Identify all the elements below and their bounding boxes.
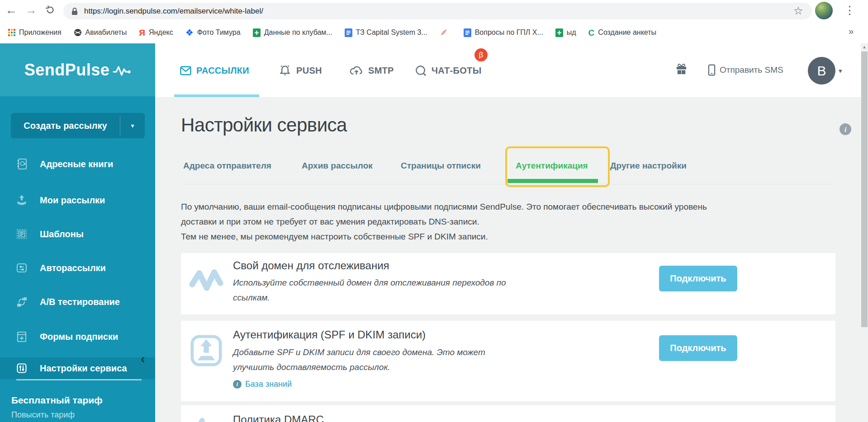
templates-icon [15,228,28,240]
highlight-annotation-box [505,146,610,187]
tab-campaigns[interactable]: РАССЫЛКИ [180,62,249,79]
dropbox-icon: ❖ [185,28,194,37]
docs-icon [345,28,352,37]
bookmark-item[interactable]: Вопросы по ГПЛ Х... [464,28,543,37]
sidebar-item-autoresponders[interactable]: Авторассылки [0,258,155,278]
cloud-upload-icon [349,65,364,76]
c-letter-icon: C [588,28,595,37]
back-icon[interactable]: ← [5,4,17,16]
sheets-icon [555,28,563,37]
scroll-up-icon[interactable]: ▲ [861,45,868,49]
settings-icon [15,362,28,375]
sidebar-item-service-settings[interactable]: Настройки сервиса [0,357,155,379]
beta-badge: β [474,48,488,61]
upload-icon [190,333,223,368]
create-campaign-button[interactable]: Создать рассылку ▾ [11,113,145,138]
phone-icon [708,64,716,76]
bookmark-item[interactable]: ыд [555,28,576,37]
globe-icon [74,28,82,37]
tab-campaign-archive[interactable]: Архив рассылок [302,161,373,171]
scrollbar-thumb[interactable] [861,52,868,327]
sheets-icon [253,28,261,37]
lock-icon [71,7,78,15]
dmarc-icon [192,413,213,422]
connect-button[interactable]: Подключить [659,266,737,291]
tab-unsubscribe-pages[interactable]: Страницы отписки [401,161,481,171]
tab-smtp[interactable]: SMTP [349,62,394,79]
connect-button[interactable]: Подключить [659,335,737,361]
bookmark-item[interactable]: ❖ Фото Тимура [185,28,241,37]
sidebar-item-ab-testing[interactable]: A/B тестирование [0,291,155,312]
card-description: Добавьте SPF и DKIM записи для своего до… [233,345,485,375]
main-content: Настройки сервиса i Адреса отправителя А… [155,97,868,422]
ab-test-icon [15,295,28,308]
address-bar[interactable]: https://login.sendpulse.com/emailservice… [63,3,812,19]
app-header: РАССЫЛКИ PUSH SMTP ЧАТ-БОТЫ β Отправить … [155,43,868,97]
create-campaign-label: Создать рассылку [11,113,120,138]
page-title: Настройки сервиса [181,114,347,136]
send-sms-label: Отправить SMS [720,65,783,75]
tracking-pulse-icon [189,266,223,292]
sidebar-item-subscription-forms[interactable]: Формы подписки [0,326,155,347]
bookmarks-bar: Приложения Авиабилеты Я Яндекс ❖ Фото Ти… [0,22,868,43]
send-sms-button[interactable]: Отправить SMS [708,64,783,76]
feather-icon [440,28,448,37]
card-dmarc-policy: Политика DMARC [181,405,835,422]
bell-icon [278,64,292,77]
bookmark-item[interactable]: ТЗ Capital System 3... [345,28,427,37]
intro-line: По умолчанию, ваши email-сообщения подпи… [181,199,707,214]
user-menu-caret-icon[interactable]: ▾ [839,67,842,75]
user-avatar[interactable]: B [808,57,835,84]
info-icon: i [233,380,242,389]
collapse-sidebar-chevron[interactable]: ‹ [141,352,145,366]
bookmark-star-icon[interactable]: ☆ [793,5,803,17]
active-item-underline [16,379,142,380]
bookmark-item[interactable]: Данные по клубам... [253,28,332,37]
upgrade-plan-link[interactable]: Повысить тариф [11,410,75,420]
forward-icon[interactable]: → [25,4,37,16]
forms-icon [15,330,28,343]
knowledge-base-link[interactable]: i База знаний [233,380,292,389]
bookmark-item[interactable]: C Создание анкеты [588,28,656,37]
tab-chatbots[interactable]: ЧАТ-БОТЫ [415,62,482,79]
bookmark-apps[interactable]: Приложения [8,28,62,37]
sidebar-item-addressbooks[interactable]: Адресные книги [0,154,155,174]
yandex-icon: Я [139,28,145,37]
reload-icon[interactable] [45,5,55,15]
card-title: Политика DMARC [233,413,324,422]
bookmark-item[interactable]: Авиабилеты [74,28,127,37]
tab-other-settings[interactable]: Другие настройки [610,161,687,171]
sendpulse-logo[interactable]: SendPulse [0,43,155,96]
url-text[interactable]: https://login.sendpulse.com/emailservice… [84,7,263,16]
chat-icon [415,65,427,77]
plan-name: Бесплатный тариф [11,395,103,406]
envelope-icon [180,65,192,77]
browser-toolbar: ← → https://login.sendpulse.com/emailser… [0,0,868,22]
campaigns-icon [15,194,28,206]
sidebar-item-templates[interactable]: Шаблоны [0,224,155,244]
apps-grid-icon [8,29,15,36]
page-scrollbar[interactable]: ▲ [861,43,868,422]
intro-text: По умолчанию, ваши email-сообщения подпи… [181,199,707,244]
info-icon[interactable]: i [840,123,851,135]
addressbook-icon [15,158,28,170]
logo-text: SendPulse [24,61,110,80]
bookmark-item[interactable] [440,28,451,37]
tab-push[interactable]: PUSH [278,62,322,79]
tab-sender-addresses[interactable]: Адреса отправителя [183,161,271,171]
browser-menu-icon[interactable]: ⋮ [844,4,855,17]
intro-line: доставки и при этом не требует от вас ум… [181,214,707,229]
card-description: Используйте собственный домен для отслеж… [233,275,506,305]
bookmarks-overflow-chevron[interactable]: » [849,26,854,37]
card-authentication: Аутентификация (SPF и DKIM записи) Добав… [181,321,835,401]
sidebar-item-my-campaigns[interactable]: Мои рассылки [0,190,155,211]
docs-icon [464,28,471,37]
bonus-gift-icon[interactable] [675,63,688,75]
sidebar: SendPulse Создать рассылку ▾ Адресные кн… [0,43,155,422]
pulse-icon [113,63,131,77]
browser-profile-avatar[interactable] [815,2,833,19]
chevron-down-icon[interactable]: ▾ [120,113,145,138]
card-title: Аутентификация (SPF и DKIM записи) [233,328,426,341]
card-title: Свой домен для отслеживания [233,259,389,272]
bookmark-item[interactable]: Я Яндекс [139,28,173,37]
